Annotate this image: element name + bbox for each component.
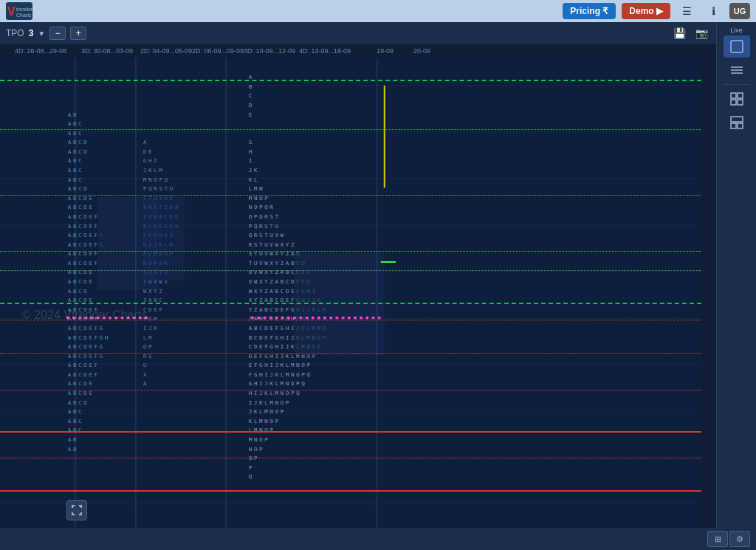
date-label-4: 2D: 06-09...09-09: [192, 47, 244, 55]
date-label-5: 3D: 10-09...12-09: [244, 47, 295, 55]
price-line-25554-green-dotted: [0, 195, 701, 196]
navbar: V trender Charts Pricing ₹ Demo ▶ ☰ ℹ UG: [0, 0, 756, 22]
increase-button[interactable]: +: [70, 27, 86, 40]
date-label-2: 3D: 30-08...03-09: [81, 47, 133, 55]
grid-4-button[interactable]: [724, 88, 750, 110]
date-label-1: 4D: 26-08...29-08: [15, 47, 66, 55]
date-label-6: 4D: 13-09...18-09: [299, 47, 351, 55]
svg-rect-13: [731, 123, 736, 128]
price-line-25494-green-dotted: [0, 251, 701, 252]
bottom-bar: ⊞ ⚙: [0, 528, 756, 550]
svg-text:Charts: Charts: [16, 13, 32, 18]
demo-button[interactable]: Demo ▶: [622, 3, 670, 19]
chart-type-1-button[interactable]: [724, 35, 750, 58]
user-badge[interactable]: UG: [729, 3, 750, 19]
svg-rect-9: [738, 93, 743, 98]
grid-icon-button[interactable]: ⊞: [707, 531, 728, 547]
price-line-25653-green-dashed: [0, 80, 701, 81]
price-line-25365-red-dotted: [0, 353, 701, 354]
svg-text:V: V: [7, 5, 16, 18]
tpo-value: 3: [29, 28, 34, 38]
price-line-25428-green-dashed: [0, 303, 701, 304]
right-panel: Live: [716, 22, 756, 550]
layout-button[interactable]: [724, 111, 750, 134]
toolbar: TPO 3 ▼ − + 💾 📷: [0, 22, 716, 44]
svg-rect-10: [731, 100, 736, 105]
svg-rect-8: [731, 93, 736, 98]
pricing-button[interactable]: Pricing ₹: [563, 3, 616, 19]
svg-rect-11: [738, 100, 743, 105]
camera-icon-button[interactable]: 📷: [693, 25, 710, 41]
svg-rect-4: [731, 41, 743, 52]
tpo-dropdown-arrow[interactable]: ▼: [38, 30, 45, 38]
svg-text:trender: trender: [16, 7, 32, 12]
save-icon-button[interactable]: 💾: [670, 25, 688, 41]
price-line-25275-red-solid: [0, 431, 701, 433]
date-label-7: 19-09: [377, 47, 394, 55]
price-line-25005-green-dotted: [0, 129, 701, 130]
price-line-25467-green-dotted: [0, 270, 701, 271]
price-line-25404-red-dashed: [0, 320, 701, 320]
price-line-25236-red-dotted: [0, 458, 701, 458]
chart-type-2-button[interactable]: [724, 59, 750, 81]
svg-rect-14: [738, 123, 743, 128]
logo-area: V trender Charts: [6, 2, 32, 20]
info-icon-button[interactable]: ℹ: [703, 3, 724, 19]
settings-icon-button[interactable]: ⚙: [729, 531, 750, 547]
menu-icon-button[interactable]: ☰: [676, 3, 697, 19]
price-line-25320-red-dotted: [0, 390, 701, 391]
live-label: Live: [730, 27, 743, 34]
price-line-25185-red-solid: [0, 490, 701, 492]
panel-divider: [724, 84, 750, 85]
svg-rect-12: [731, 117, 743, 122]
logo-icon: V trender Charts: [6, 2, 32, 20]
date-row: 4D: 26-08...29-08 3D: 30-08...03-09 2D: …: [0, 44, 716, 58]
chart-area: © 2024 Vtrender Charts: [0, 58, 716, 550]
fullscreen-button[interactable]: [66, 500, 87, 520]
date-label-8: 20-09: [413, 47, 430, 55]
decrease-button[interactable]: −: [49, 27, 66, 40]
date-label-3: 2D: 04-09...05-09: [140, 47, 192, 55]
tpo-label: TPO: [6, 28, 24, 38]
